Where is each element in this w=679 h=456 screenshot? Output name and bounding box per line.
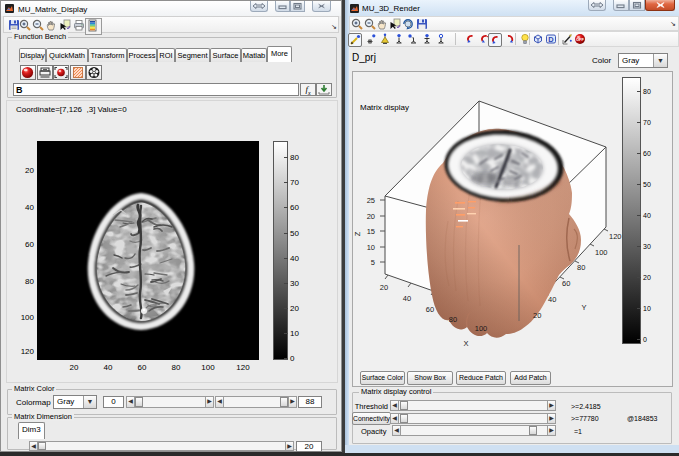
- svg-text:X: X: [463, 339, 468, 348]
- svg-text:D: D: [548, 35, 554, 44]
- svg-text:80: 80: [577, 263, 585, 272]
- svg-text:40: 40: [548, 295, 556, 304]
- svg-text:10: 10: [367, 243, 375, 252]
- svg-text:15: 15: [367, 227, 375, 236]
- svg-text:100: 100: [475, 324, 488, 333]
- svg-text:Y: Y: [581, 303, 586, 312]
- svg-text:OFF: OFF: [576, 37, 585, 42]
- svg-text:60: 60: [562, 279, 570, 288]
- svg-text:5: 5: [371, 258, 375, 267]
- svg-text:25: 25: [367, 196, 375, 205]
- svg-text:80: 80: [449, 315, 457, 324]
- svg-text:20: 20: [367, 212, 375, 221]
- svg-text:120: 120: [609, 232, 622, 241]
- svg-text:100: 100: [595, 248, 608, 257]
- svg-text:Z: Z: [353, 231, 362, 236]
- svg-text:60: 60: [426, 305, 434, 314]
- svg-text:40: 40: [403, 294, 411, 303]
- svg-text:20: 20: [533, 311, 541, 320]
- svg-text:20: 20: [380, 283, 388, 292]
